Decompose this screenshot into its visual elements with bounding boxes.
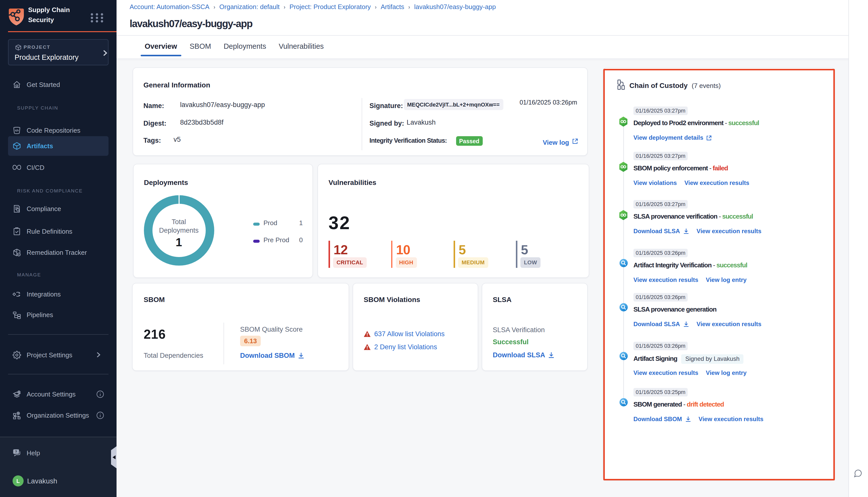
svg-text:?: ? — [15, 450, 17, 453]
